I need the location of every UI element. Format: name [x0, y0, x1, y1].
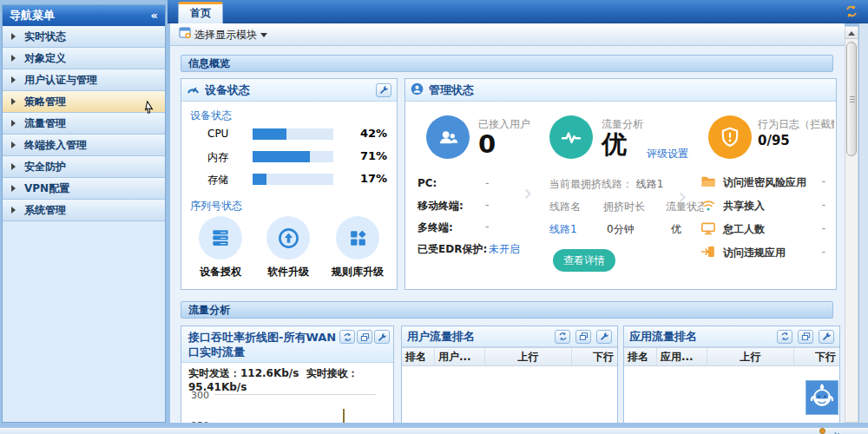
settings-wrench-button[interactable]	[596, 330, 612, 344]
assistant-mascot-icon[interactable]	[806, 380, 838, 415]
settings-wrench-button[interactable]	[819, 330, 834, 344]
behavior-log-label: 行为日志（拦截数	[758, 117, 834, 132]
col-downstream: 下行	[572, 348, 617, 365]
settings-wrench-button[interactable]	[376, 83, 391, 97]
restore-window-button[interactable]	[575, 330, 591, 344]
sidebar-title: 导航菜单	[10, 5, 55, 26]
pc-value: -	[485, 177, 489, 189]
refresh-button[interactable]	[777, 330, 792, 344]
device-status-panel: 设备状态 设备状态 CPU 42% 内存 71% 存储 17% 序列号状态 设备…	[181, 78, 398, 290]
triangle-right-icon	[11, 207, 19, 214]
software-upgrade-action[interactable]: 软件升级	[256, 216, 320, 279]
section-overview-title: 信息概览	[188, 57, 230, 69]
col-user: 用户...	[435, 348, 485, 365]
scrollbar-thumb[interactable]	[846, 42, 857, 156]
congest-time-header: 拥挤时长	[603, 200, 645, 214]
module-window-icon	[179, 27, 191, 43]
triangle-right-icon	[11, 163, 19, 170]
sidebar-item-label: 安全防护	[24, 156, 66, 177]
edr-not-enabled-link[interactable]: 未开启	[489, 242, 520, 257]
sidebar-item-realtime-status[interactable]: 实时状态	[3, 26, 165, 48]
connected-users-value: 0	[478, 131, 496, 157]
violation-app-label: 访问违规应用	[723, 246, 786, 260]
device-authorize-action[interactable]: 设备授权	[188, 216, 253, 279]
monitor-icon	[700, 221, 716, 238]
chevron-down-icon	[260, 33, 267, 41]
status-chart-icon	[832, 428, 840, 434]
rulebase-upgrade-action[interactable]: 规则库升级	[324, 216, 391, 279]
cpu-meter-fill	[253, 128, 286, 140]
sidebar-item-label: 系统管理	[24, 200, 66, 220]
col-rank: 排名	[624, 348, 657, 365]
settings-wrench-button[interactable]	[374, 330, 390, 344]
behavior-log-value: 0/95	[758, 133, 790, 148]
refresh-page-icon[interactable]	[845, 4, 858, 21]
line-name-header: 线路名	[549, 200, 581, 214]
rating-settings-link[interactable]: 评级设置	[647, 147, 688, 161]
storage-meter-fill	[253, 174, 266, 185]
col-app: 应用...	[657, 348, 707, 365]
storage-meter-value: 17%	[348, 172, 387, 185]
throughput-chart-header: 接口吞吐率折线图-所有WAN口实时流量	[181, 326, 393, 363]
triangle-right-icon	[11, 120, 19, 127]
ytick-300: 300	[188, 390, 209, 401]
sidebar-item-object-definition[interactable]: 对象定义	[3, 48, 165, 69]
restore-window-button[interactable]	[798, 330, 813, 344]
device-actions: 设备授权 软件升级 规则库升级	[188, 216, 391, 279]
col-upstream: 上行	[485, 348, 572, 365]
status-orange-dot-icon	[819, 428, 825, 434]
sidebar-item-system-management[interactable]: 系统管理	[3, 200, 165, 221]
carousel-next-chevron-icon[interactable]: ›	[678, 185, 687, 207]
server-stack-icon	[199, 216, 242, 260]
violation-app-value: -	[812, 246, 825, 258]
sidebar-item-security-protection[interactable]: 安全防护	[3, 156, 165, 178]
sidebar-item-label: 终端接入管理	[24, 135, 87, 155]
sidebar-collapse-icon[interactable]: «	[151, 5, 158, 26]
refresh-button[interactable]	[555, 330, 570, 344]
tab-home-label: 首页	[190, 7, 211, 19]
sidebar-item-terminal-access[interactable]: 终端接入管理	[3, 135, 165, 156]
carousel-prev-chevron-icon[interactable]: ›	[523, 181, 532, 204]
user-rank-header: 用户流量排名	[402, 326, 617, 347]
right-edge-strip	[859, 23, 868, 423]
traffic-spike-2	[343, 409, 345, 423]
status-bar	[0, 427, 868, 434]
triangle-up-icon	[848, 28, 855, 36]
memory-meter-fill	[253, 151, 310, 162]
leak-risk-app-value: -	[812, 175, 825, 187]
realtime-rates: 实时发送：112.6Kb/s 实时接收：95.41Kb/s	[181, 363, 393, 394]
tab-home[interactable]: 首页	[178, 2, 223, 23]
manage-status-panel: 管理状态 已接入用户 0 流量分析 优 评级设置 行为日志（拦截数 0/95 P…	[404, 78, 837, 290]
scroll-up-button[interactable]	[845, 27, 858, 39]
line1-link[interactable]: 线路1	[549, 222, 577, 237]
app-rank-header: 应用流量排名	[624, 326, 839, 347]
device-authorize-label: 设备授权	[200, 265, 241, 279]
restore-window-button[interactable]	[357, 330, 372, 344]
connected-users-icon	[426, 115, 470, 159]
memory-meter-value: 71%	[348, 149, 387, 162]
mobile-terminal-label: 移动终端:	[418, 199, 464, 214]
app-rank-table-header: 排名 应用... 上行 下行	[624, 347, 839, 366]
select-module-button[interactable]: 选择显示模块	[179, 27, 267, 43]
sidebar-item-user-auth[interactable]: 用户认证与管理	[3, 69, 165, 91]
realtime-send-value: 实时发送：112.6Kb/s	[188, 367, 299, 379]
thumb-grip	[850, 99, 855, 100]
refresh-button[interactable]	[339, 330, 355, 344]
storage-meter	[253, 174, 333, 185]
multi-terminal-label: 多终端:	[418, 220, 453, 235]
triangle-right-icon	[11, 141, 19, 148]
col-downstream: 下行	[794, 348, 839, 365]
view-details-button[interactable]: 查看详情	[553, 249, 615, 272]
sidebar-item-vpn-config[interactable]: VPN配置	[3, 178, 165, 200]
rulebase-upgrade-label: 规则库升级	[332, 265, 384, 279]
manage-status-title: 管理状态	[429, 82, 831, 98]
wifi-icon	[700, 198, 716, 214]
upgrade-arrow-icon	[266, 216, 310, 260]
violation-arrow-icon	[700, 245, 716, 261]
software-upgrade-label: 软件升级	[267, 265, 309, 279]
device-status-title: 设备状态	[205, 82, 371, 98]
thumb-grip	[850, 96, 855, 97]
traffic-analysis-pulse-icon	[549, 115, 593, 159]
gauge-icon	[187, 83, 200, 97]
traffic-state-value: 优	[671, 222, 681, 237]
